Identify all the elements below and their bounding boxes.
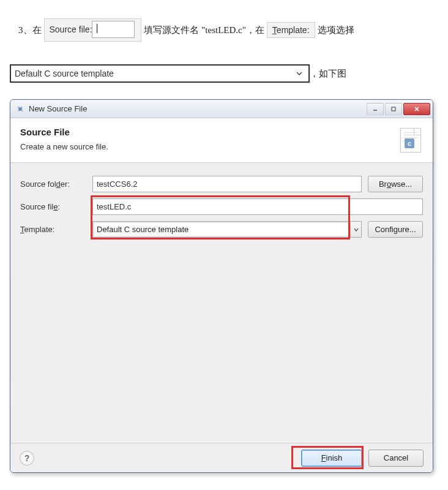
configure-button-label: Configure... [375,225,416,234]
inline-source-file-label: Source file: [44,18,142,42]
inline-empty-field [92,21,135,38]
svg-point-4 [18,110,19,111]
finish-button-label: Finish [321,453,343,462]
help-icon-text: ? [24,453,30,463]
template-dropdown-value: Default C source template [97,225,350,234]
browse-button[interactable]: Browse... [368,176,423,192]
new-source-file-dialog: New Source File Source File Create a new… [10,99,433,473]
source-file-label: Source file: [20,202,92,211]
finish-button[interactable]: Finish [301,450,362,467]
dialog-header: Source File Create a new source file. c [10,118,433,163]
source-file-row: Source file: [20,198,423,215]
instruction-row-1: 3、在 Source file: 填写源文件名 "testLED.c"，在 Te… [18,18,436,42]
source-file-input[interactable] [92,198,423,215]
header-title: Source File [20,127,398,137]
template-row: Template: Default C source template Conf… [20,221,423,238]
source-folder-row: Source folder: Browse... [20,176,423,192]
source-folder-input[interactable] [92,176,362,192]
inline-template-dropdown: Default C source template [10,64,310,83]
close-button[interactable] [403,103,430,115]
inline-template-dropdown-text: Default C source template [15,69,114,78]
inline-template-label-text: Template: [272,25,310,35]
maximize-button[interactable] [385,103,402,115]
svg-point-2 [21,110,23,111]
svg-point-3 [21,107,23,108]
instruction-after-src: 填写源文件名 "testLED.c"，在 [144,24,264,36]
cancel-button[interactable]: Cancel [368,450,424,467]
svg-point-1 [18,106,20,108]
svg-rect-6 [392,107,395,111]
chevron-down-icon [294,68,305,79]
source-folder-label: Source folder: [20,179,92,189]
dialog-main: Source folder: Browse... Source file: Te… [11,164,432,443]
instruction-after-dropdown: ，如下图 [310,68,346,80]
minimize-button[interactable] [367,103,384,115]
dialog-footer: ? Finish Cancel [10,443,433,472]
instruction-prefix: 3、在 [18,24,42,36]
cancel-button-label: Cancel [384,453,408,462]
instruction-after-tpl: 选项选择 [318,24,354,36]
help-button[interactable]: ? [20,451,34,466]
c-file-icon: c [398,127,423,154]
template-dropdown[interactable]: Default C source template [92,221,362,238]
inline-template-label: Template: [267,22,315,38]
instruction-row-2: Default C source template ，如下图 [10,64,346,83]
header-subtitle: Create a new source file. [20,142,398,151]
window-controls [365,103,430,115]
app-icon [15,104,25,114]
dialog-title: New Source File [29,104,365,113]
template-label: Template: [20,225,92,234]
dialog-titlebar: New Source File [10,100,433,118]
inline-source-file-label-text: Source file: [50,24,92,34]
c-letter-badge: c [405,138,414,148]
chevron-down-icon [350,222,361,237]
configure-button[interactable]: Configure... [368,221,423,238]
